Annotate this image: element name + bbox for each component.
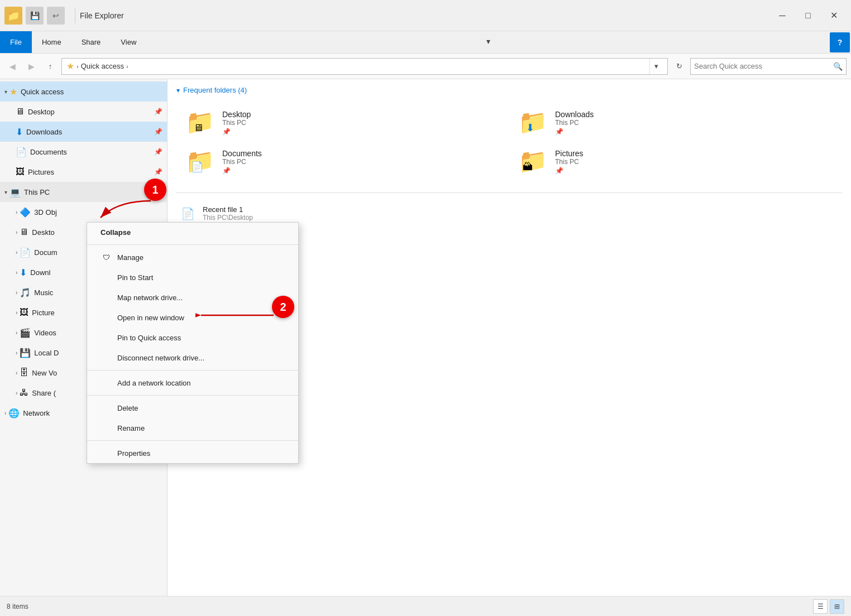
menu-share[interactable]: Share [71,31,111,53]
folder-desktop-icon-wrap: 📁 🖥 [185,110,214,135]
music-icon: 🎵 [20,287,31,298]
title-controls: ─ □ ✕ [769,6,847,26]
search-box[interactable]: 🔍 [690,58,847,75]
path-star-icon: ★ [66,61,74,71]
ctx-collapse-label: Collapse [101,228,131,237]
folder-downloads-info: Downloads This PC 📌 [555,110,594,136]
folder-desktop-info: Desktop This PC 📌 [222,110,251,136]
ctx-rename[interactable]: Rename [87,418,298,438]
maximize-button[interactable]: □ [795,6,821,26]
3dobjects-chevron: › [16,209,17,215]
pcdocuments-chevron: › [16,249,17,256]
ctx-delete[interactable]: Delete [87,398,298,418]
folder-grid: 📁 🖥 Desktop This PC 📌 📁 ⬇ Downloads This [176,103,842,181]
folder-downloads-sub: This PC [555,119,594,127]
close-button[interactable]: ✕ [821,6,847,26]
recent-row-1[interactable]: 📄 Recent file 1 This PC\Desktop [176,202,842,225]
frequent-folders-header[interactable]: ▾ Frequent folders (4) [176,86,842,94]
add-network-icon [101,377,112,388]
ctx-properties[interactable]: Properties [87,443,298,463]
thispc-icon: 💻 [9,187,21,198]
ctx-open-new-window[interactable]: Open in new window [87,307,298,328]
ctx-manage[interactable]: 🛡 Manage [87,247,298,267]
help-button[interactable]: ? [830,32,850,52]
network-label: Network [23,409,50,417]
refresh-button[interactable]: ↻ [671,59,687,74]
path-dropdown-button[interactable]: ▾ [649,59,663,74]
localc-chevron: › [16,350,17,356]
recent-name-1: Recent file 1 [203,205,838,214]
ctx-properties-label: Properties [117,449,150,458]
folder-desktop[interactable]: 📁 🖥 Desktop This PC 📌 [176,103,509,142]
list-view-button[interactable]: ☰ [813,599,828,614]
folder-icon: 📁 [4,7,22,25]
ctx-add-network[interactable]: Add a network location [87,373,298,393]
quickaccess-label: Quick access [21,88,64,96]
sidebar-item-3dobjects[interactable]: › 🔷 3D Obj [0,202,167,222]
thispc-label: This PC [24,188,50,196]
newe-icon: 🗄 [20,368,28,378]
folder-downloads-pin: 📌 [555,128,594,136]
up-button[interactable]: ↑ [42,59,58,74]
folder-documents[interactable]: 📁 📄 Documents This PC 📌 [176,142,509,181]
ctx-pin-quickaccess[interactable]: Pin to Quick access [87,328,298,348]
ctx-disconnect[interactable]: Disconnect network drive... [87,348,298,368]
ctx-map-drive[interactable]: Map network drive... [87,287,298,307]
menu-bar: File Home Share View ▾ ? [0,31,851,54]
pcdesktop-label: Deskto [32,228,54,237]
frequent-folders-label: Frequent folders (4) [183,86,247,94]
minimize-button[interactable]: ─ [769,6,795,26]
sidebar-documents-label: Documents [30,148,67,156]
ctx-disconnect-label: Disconnect network drive... [117,354,204,362]
folder-pictures-info: Pictures This PC 📌 [555,149,584,175]
menu-home[interactable]: Home [32,31,71,53]
desktop-pin-icon: 📌 [154,108,162,116]
search-icon: 🔍 [833,62,843,71]
grid-view-button[interactable]: ⊞ [830,599,844,614]
search-input[interactable] [694,62,830,70]
ctx-pin-start[interactable]: Pin to Start [87,267,298,287]
pcdownloads-icon: ⬇ [20,267,27,278]
menu-file[interactable]: File [0,31,32,53]
save-icon: 💾 [26,7,44,25]
folder-documents-sub: This PC [222,158,262,166]
sidebar-item-pictures[interactable]: 🖼 Pictures 📌 [0,162,167,182]
sidebar-item-quickaccess[interactable]: ▾ ★ Quick access [0,81,167,102]
folder-downloads[interactable]: 📁 ⬇ Downloads This PC 📌 [509,103,842,142]
sidebar-item-documents[interactable]: 📄 Documents 📌 [0,142,167,162]
address-path[interactable]: ★ › Quick access › ▾ [61,58,668,75]
folder-documents-name: Documents [222,149,262,158]
menu-view[interactable]: View [111,31,146,53]
title-bar-icons: 📁 💾 ↩ [4,7,65,25]
quickaccess-chevron: ▾ [4,89,7,95]
back-button[interactable]: ◀ [4,59,20,74]
sidebar-item-thispc[interactable]: ▾ 💻 This PC [0,182,167,202]
recent-path-1: This PC\Desktop [203,214,838,222]
forward-button[interactable]: ▶ [23,59,39,74]
rename-icon [101,422,112,434]
localc-icon: 💾 [20,348,31,358]
folder-documents-pin: 📌 [222,167,262,175]
folder-pictures[interactable]: 📁 🏔 Pictures This PC 📌 [509,142,842,181]
folder-downloads-icon-wrap: 📁 ⬇ [518,110,547,135]
downloads-pin-icon: 📌 [154,128,162,136]
sidebar-item-downloads[interactable]: ⬇ Downloads 📌 [0,122,167,142]
undo-icon: ↩ [47,7,65,25]
pin-start-icon [101,272,112,283]
folder-desktop-sub: This PC [222,119,251,127]
ctx-collapse[interactable]: Collapse [87,223,298,242]
newe-label: New Vo [32,369,57,377]
ribbon-collapse-button[interactable]: ▾ [480,31,496,51]
content-separator [176,192,842,193]
ctx-add-network-label: Add a network location [117,379,191,387]
folder-pictures-pin: 📌 [555,167,584,175]
3dobjects-icon: 🔷 [20,207,31,218]
ctx-sep-4 [87,440,298,441]
network-chevron: › [4,410,6,416]
ctx-manage-label: Manage [117,253,144,262]
documents-icon: 📄 [16,147,27,157]
pcdownloads-label: Downl [30,268,50,277]
quickaccess-star-icon: ★ [9,86,17,97]
sidebar-item-desktop[interactable]: 🖥 Desktop 📌 [0,102,167,122]
folder-pictures-icon-wrap: 📁 🏔 [518,150,547,174]
